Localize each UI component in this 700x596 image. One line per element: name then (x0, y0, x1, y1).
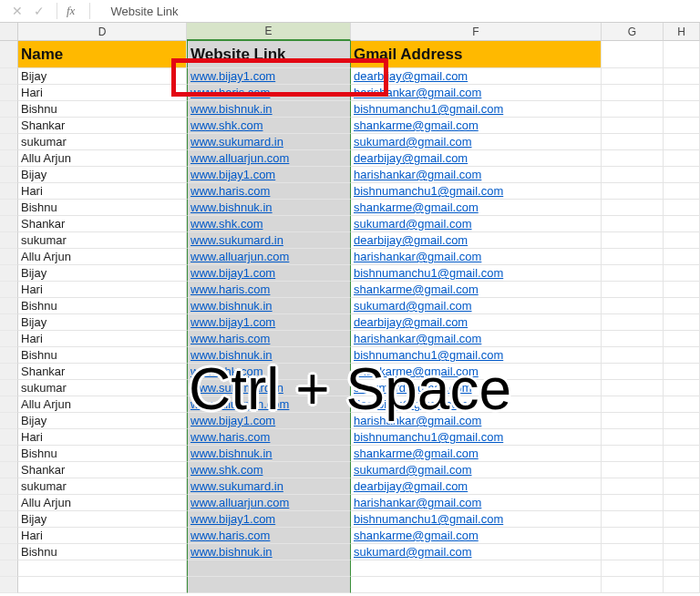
cell-name[interactable]: Allu Arjun (18, 150, 187, 167)
empty-cell[interactable] (602, 68, 664, 85)
row-gutter[interactable] (0, 216, 18, 232)
cell-website[interactable]: www.sukumard.in (187, 232, 351, 249)
empty-cell[interactable] (664, 478, 700, 495)
col-header-D[interactable]: D (18, 23, 187, 41)
empty-cell[interactable] (664, 511, 700, 528)
empty-cell[interactable] (602, 150, 664, 167)
cell-gmail[interactable]: harishankar@gmail.com (351, 167, 602, 183)
cell-website[interactable]: www.sukumard.in (187, 478, 351, 495)
cell-name[interactable]: Allu Arjun (18, 495, 187, 511)
cell-name[interactable]: Hari (18, 528, 187, 544)
empty-cell[interactable] (602, 495, 664, 511)
cell-gmail[interactable]: sukumard@gmail.com (351, 544, 602, 560)
cell-gmail[interactable]: bishnumanchu1@gmail.com (351, 101, 602, 118)
row-gutter[interactable] (0, 478, 18, 495)
empty-cell[interactable] (602, 134, 664, 150)
col-header-F[interactable]: F (351, 23, 602, 41)
row-gutter[interactable] (0, 232, 18, 249)
cell-gmail[interactable]: harishankar@gmail.com (351, 85, 602, 101)
row-gutter[interactable] (0, 462, 18, 478)
cell-name[interactable]: Shankar (18, 462, 187, 478)
empty-cell[interactable] (602, 364, 664, 380)
spreadsheet-grid[interactable]: D E F G H Name Website Link Gmail Addres… (0, 23, 700, 593)
cell-gmail[interactable]: bishnumanchu1@gmail.com (351, 511, 602, 528)
cell-gmail[interactable]: dearbijay@gmail.com (351, 478, 602, 495)
empty-cell[interactable] (602, 216, 664, 232)
cell-name[interactable]: sukumar (18, 134, 187, 150)
cell-gmail[interactable]: sukumard@gmail.com (351, 462, 602, 478)
cell-name[interactable]: Hari (18, 429, 187, 446)
empty-cell[interactable] (18, 577, 187, 593)
row-gutter[interactable] (0, 314, 18, 331)
cell-name[interactable]: Bishnu (18, 347, 187, 364)
empty-cell[interactable] (664, 249, 700, 265)
empty-cell[interactable] (664, 85, 700, 101)
empty-cell[interactable] (664, 200, 700, 216)
empty-cell[interactable] (602, 298, 664, 314)
cell-website[interactable]: www.shk.com (187, 118, 351, 134)
empty-cell[interactable] (664, 462, 700, 478)
cell-name[interactable]: Bijay (18, 314, 187, 331)
empty-cell[interactable] (602, 282, 664, 298)
empty-cell[interactable] (664, 396, 700, 413)
empty-cell[interactable] (602, 462, 664, 478)
empty-cell[interactable] (602, 560, 664, 577)
cell-website[interactable]: www.sukumard.in (187, 134, 351, 150)
empty-cell[interactable] (664, 446, 700, 462)
cell-gmail[interactable]: harishankar@gmail.com (351, 331, 602, 347)
empty-cell[interactable] (664, 150, 700, 167)
col-header-G[interactable]: G (602, 23, 664, 41)
empty-cell[interactable] (351, 560, 602, 577)
cell-name[interactable]: Bijay (18, 265, 187, 282)
cell-gmail[interactable]: shankarme@gmail.com (351, 528, 602, 544)
col-header-E[interactable]: E (187, 23, 351, 41)
cell-gmail[interactable]: dearbijay@gmail.com (351, 150, 602, 167)
row-gutter[interactable] (0, 150, 18, 167)
empty-cell[interactable] (664, 167, 700, 183)
cell-website[interactable]: www.haris.com (187, 85, 351, 101)
cell-gmail[interactable]: sukumard@gmail.com (351, 298, 602, 314)
cell-name[interactable]: Shankar (18, 118, 187, 134)
cell-website[interactable]: www.haris.com (187, 183, 351, 200)
empty-cell[interactable] (187, 560, 351, 577)
cell-website[interactable]: www.haris.com (187, 528, 351, 544)
row-gutter[interactable] (0, 544, 18, 560)
empty-cell[interactable] (664, 560, 700, 577)
cell-website[interactable]: www.bishnuk.in (187, 200, 351, 216)
empty-cell[interactable] (664, 429, 700, 446)
row-gutter[interactable] (0, 380, 18, 396)
formula-input[interactable]: Website Link (99, 5, 178, 18)
grid-body[interactable]: Name Website Link Gmail Address Bijaywww… (0, 41, 700, 593)
cell-gmail[interactable]: dearbijay@gmail.com (351, 68, 602, 85)
row-gutter[interactable] (0, 577, 18, 593)
row-gutter[interactable] (0, 528, 18, 544)
empty-cell[interactable] (602, 429, 664, 446)
empty-cell[interactable] (602, 118, 664, 134)
cell-gmail[interactable]: sukumard@gmail.com (351, 134, 602, 150)
row-gutter[interactable] (0, 249, 18, 265)
empty-cell[interactable] (602, 511, 664, 528)
empty-cell[interactable] (602, 232, 664, 249)
empty-cell[interactable] (664, 347, 700, 364)
empty-cell[interactable] (664, 101, 700, 118)
empty-cell[interactable] (664, 577, 700, 593)
cell-name[interactable]: Shankar (18, 216, 187, 232)
cell-website[interactable]: www.bijay1.com (187, 68, 351, 85)
cell-gmail[interactable]: shankarme@gmail.com (351, 364, 602, 380)
cell-website[interactable]: www.alluarjun.com (187, 150, 351, 167)
empty-cell[interactable] (602, 200, 664, 216)
empty-cell[interactable] (664, 216, 700, 232)
cell-name[interactable]: Bishnu (18, 544, 187, 560)
row-gutter[interactable] (0, 364, 18, 380)
cell-website[interactable]: www.bishnuk.in (187, 446, 351, 462)
cell-name[interactable]: sukumar (18, 478, 187, 495)
cell-name[interactable]: Hari (18, 282, 187, 298)
empty-cell[interactable] (664, 134, 700, 150)
select-all-triangle[interactable] (0, 23, 18, 41)
empty-cell[interactable] (602, 314, 664, 331)
cell-gmail[interactable]: dearbijay@gmail.com (351, 232, 602, 249)
cell-name[interactable]: Bijay (18, 511, 187, 528)
cell-name[interactable]: Bishnu (18, 200, 187, 216)
cell-gmail[interactable]: shankarme@gmail.com (351, 200, 602, 216)
empty-cell[interactable] (602, 347, 664, 364)
